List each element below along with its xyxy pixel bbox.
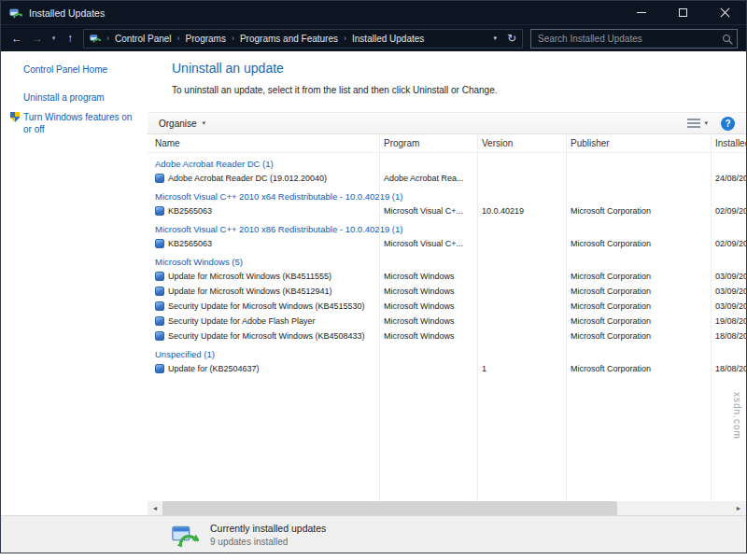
up-button[interactable]: ↑ — [60, 32, 80, 45]
column-headers: Name Program Version Publisher Installed — [148, 134, 746, 153]
help-icon: ? — [725, 119, 730, 129]
updates-list: Name Program Version Publisher Installed… — [148, 134, 746, 501]
uac-shield-icon — [10, 112, 20, 122]
change-view-button[interactable]: ▾ — [687, 119, 708, 128]
update-group-header[interactable]: Microsoft Windows (5) — [148, 251, 746, 269]
minimize-icon — [637, 12, 646, 13]
search-input[interactable] — [538, 34, 723, 44]
list-empty-area — [148, 376, 746, 501]
sidebar-item-turn-windows-features: Turn Windows features on or off — [10, 111, 141, 135]
update-icon — [155, 316, 164, 326]
address-dropdown-icon[interactable]: ▾ — [493, 35, 497, 42]
task-sidebar: Control Panel Home Uninstall a program T… — [1, 51, 148, 515]
content-area: Control Panel Home Uninstall a program T… — [1, 51, 746, 515]
search-icon[interactable] — [723, 35, 730, 42]
refresh-icon[interactable]: ↻ — [507, 32, 516, 45]
details-pane: Currently installed updates 9 updates in… — [1, 515, 746, 553]
details-count: 9 updates installed — [210, 537, 326, 547]
chevron-down-icon: ▾ — [203, 119, 206, 127]
column-header-version[interactable]: Version — [477, 138, 566, 148]
details-title: Currently installed updates — [210, 523, 326, 534]
update-row[interactable]: Security Update for Microsoft Windows (K… — [148, 329, 746, 343]
command-bar: Organise ▾ ▾ ? — [148, 112, 746, 134]
watermark: xsdn.com — [732, 392, 742, 440]
organise-label: Organise — [159, 119, 197, 129]
minimize-button[interactable] — [620, 1, 662, 24]
update-icon — [155, 331, 164, 341]
recent-locations-dropdown[interactable]: ▾ — [48, 35, 60, 42]
breadcrumb-separator-icon: › — [340, 34, 350, 43]
help-button[interactable]: ? — [721, 117, 735, 131]
update-group-header[interactable]: Adobe Acrobat Reader DC (1) — [148, 153, 746, 171]
sidebar-link-turn-windows-features[interactable]: Turn Windows features on or off — [23, 111, 141, 135]
scrollbar-track[interactable] — [162, 501, 731, 515]
horizontal-scrollbar[interactable]: ◄ ► — [148, 501, 746, 515]
location-icon — [90, 33, 101, 44]
window-title: Installed Updates — [29, 7, 620, 19]
update-icon — [155, 287, 164, 296]
address-actions: ▾ ↻ — [493, 32, 516, 45]
update-row[interactable]: Security Update for Microsoft Windows (K… — [148, 299, 746, 314]
forward-button[interactable]: → — [27, 32, 48, 45]
column-header-program[interactable]: Program — [379, 138, 477, 148]
update-icon — [155, 174, 164, 183]
navigation-bar: ← → ▾ ↑ › Control Panel › Programs › Pro… — [1, 24, 746, 51]
update-row[interactable]: Update for Microsoft Windows (KB4511555)… — [148, 269, 746, 284]
list-view-icon — [687, 119, 700, 128]
installed-updates-app-icon — [9, 7, 22, 20]
details-pane-text: Currently installed updates 9 updates in… — [210, 523, 326, 547]
update-row[interactable]: Security Update for Adobe Flash Player M… — [148, 314, 746, 329]
search-box — [530, 29, 738, 49]
update-icon — [155, 364, 164, 373]
close-icon — [720, 7, 730, 18]
update-icon — [155, 206, 164, 216]
column-header-installed[interactable]: Installed — [711, 138, 746, 148]
update-icon — [155, 239, 164, 248]
scroll-right-arrow-icon[interactable]: ► — [731, 505, 746, 511]
close-button[interactable] — [704, 1, 746, 24]
sidebar-link-control-panel-home[interactable]: Control Panel Home — [23, 64, 148, 75]
breadcrumb-programs[interactable]: Programs — [184, 34, 228, 44]
back-button[interactable]: ← — [7, 32, 27, 45]
update-group-header[interactable]: Microsoft Visual C++ 2010 x64 Redistribu… — [148, 186, 746, 203]
update-row[interactable]: Update for (KB2504637) 1 Microsoft Corpo… — [148, 361, 746, 376]
window-controls — [620, 1, 746, 24]
main-pane: Uninstall an update To uninstall an upda… — [148, 51, 746, 515]
chevron-down-icon: ▾ — [704, 119, 708, 127]
breadcrumb-programs-and-features[interactable]: Programs and Features — [238, 34, 340, 44]
breadcrumb-installed-updates[interactable]: Installed Updates — [350, 34, 426, 44]
page-description: To uninstall an update, select it from t… — [172, 85, 746, 95]
command-bar-right: ▾ ? — [687, 117, 735, 131]
breadcrumb-control-panel[interactable]: Control Panel — [113, 34, 174, 44]
page-title: Uninstall an update — [172, 61, 746, 76]
maximize-button[interactable] — [662, 1, 704, 24]
installed-updates-icon — [171, 521, 199, 549]
address-breadcrumb-bar[interactable]: › Control Panel › Programs › Programs an… — [83, 29, 523, 49]
scroll-left-arrow-icon[interactable]: ◄ — [148, 505, 162, 511]
breadcrumb-separator-icon: › — [174, 34, 184, 43]
update-row[interactable]: KB2565063 Microsoft Visual C+... Microso… — [148, 236, 746, 251]
column-header-name[interactable]: Name — [148, 138, 379, 148]
update-group-header[interactable]: Microsoft Visual C++ 2010 x86 Redistribu… — [148, 218, 746, 236]
titlebar: Installed Updates — [1, 1, 746, 24]
maximize-icon — [679, 8, 687, 17]
organise-button[interactable]: Organise ▾ — [159, 119, 205, 129]
update-icon — [155, 301, 164, 311]
update-row[interactable]: KB2565063 Microsoft Visual C+... 10.0.40… — [148, 203, 746, 218]
sidebar-link-uninstall-a-program[interactable]: Uninstall a program — [23, 92, 148, 103]
column-header-publisher[interactable]: Publisher — [566, 138, 711, 148]
update-group-header[interactable]: Unspecified (1) — [148, 343, 746, 361]
scrollbar-thumb[interactable] — [162, 501, 617, 515]
update-row[interactable]: Adobe Acrobat Reader DC (19.012.20040) A… — [148, 171, 746, 186]
update-row[interactable]: Update for Microsoft Windows (KB4512941)… — [148, 284, 746, 299]
update-icon — [155, 272, 164, 281]
page-header: Uninstall an update To uninstall an upda… — [148, 51, 746, 103]
installed-updates-window: Installed Updates ← → ▾ ↑ › Control Pane… — [0, 0, 747, 553]
breadcrumb-separator-icon: › — [228, 34, 238, 43]
breadcrumb-separator-icon: › — [103, 34, 113, 43]
